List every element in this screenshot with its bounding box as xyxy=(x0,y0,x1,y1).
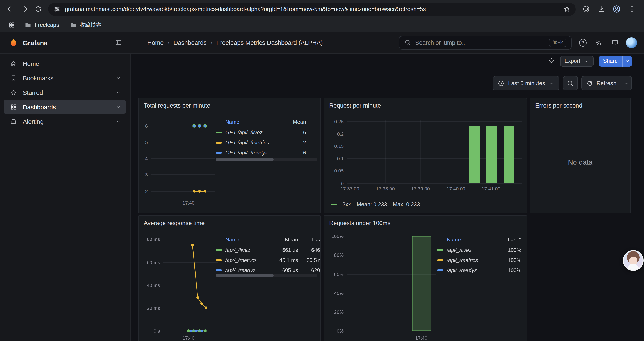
search-input[interactable]: Search or jump to... ⌘+k xyxy=(399,36,572,49)
apps-grid-button[interactable] xyxy=(6,19,18,31)
legend-col-name[interactable]: Name xyxy=(216,119,285,125)
series-swatch xyxy=(437,269,443,271)
requests-under-100ms-chart[interactable]: 100%80%60%40%20%0%17:40 xyxy=(324,233,438,341)
panel-title[interactable]: Request per minute xyxy=(324,98,526,109)
time-range-label: Last 5 minutes xyxy=(508,80,545,87)
svg-text:0.05: 0.05 xyxy=(334,168,344,174)
average-response-time-chart[interactable]: 80 ms60 ms40 ms20 ms0 s17:40 xyxy=(140,233,220,341)
breadcrumb: Home › Dashboards › Freeleaps Metrics Da… xyxy=(147,39,323,46)
series-name[interactable]: /api/_/readyz xyxy=(225,267,273,273)
series-name[interactable]: 2xx xyxy=(342,201,351,208)
toolbar-trailing-icons xyxy=(580,5,640,13)
legend-col-mean[interactable]: Mean xyxy=(285,119,306,125)
sidebar-item-label: Alerting xyxy=(23,118,44,125)
legend-col-mean[interactable]: Mean xyxy=(273,237,298,243)
reload-button[interactable] xyxy=(32,3,45,16)
sidebar-item-label: Home xyxy=(23,60,39,67)
series-name[interactable]: GET /api/_/metrics xyxy=(225,139,285,146)
scrollbar-thumb[interactable] xyxy=(216,158,274,161)
panel-title[interactable]: Requests under 100ms xyxy=(324,216,526,226)
panel-title[interactable]: Average response time xyxy=(138,216,320,226)
svg-text:17:37:00: 17:37:00 xyxy=(340,186,359,192)
share-menu-button[interactable] xyxy=(622,56,632,67)
forward-button[interactable] xyxy=(18,3,31,16)
bell-icon xyxy=(10,118,17,125)
breadcrumb-dashboards[interactable]: Dashboards xyxy=(174,39,206,46)
sidebar-item-bookmarks[interactable]: Bookmarks xyxy=(4,71,126,85)
scrollbar-thumb[interactable] xyxy=(216,274,274,277)
panel-title[interactable]: Total requests per minute xyxy=(138,98,320,109)
browser-menu-icon[interactable] xyxy=(628,5,636,13)
downloads-icon[interactable] xyxy=(597,5,606,13)
profile-icon[interactable] xyxy=(612,5,621,13)
series-last: 20.5 r xyxy=(298,257,320,263)
sidebar-item-alerting[interactable]: Alerting xyxy=(4,115,126,128)
legend-scrollbar[interactable] xyxy=(216,274,318,277)
sidebar-item-starred[interactable]: Starred xyxy=(4,86,126,99)
panel-title[interactable]: Errors per second xyxy=(530,98,630,109)
series-name[interactable]: /api/_/readyz xyxy=(447,267,499,273)
series-swatch xyxy=(216,142,222,143)
dock-sidebar-button[interactable] xyxy=(112,37,124,49)
legend-row: /api/_/livez 100% xyxy=(437,245,521,255)
legend-scrollbar[interactable] xyxy=(216,158,318,161)
breadcrumb-home[interactable]: Home xyxy=(147,39,164,46)
share-button[interactable]: Share xyxy=(599,56,632,67)
svg-text:0 s: 0 s xyxy=(154,328,160,334)
display-button[interactable] xyxy=(608,36,622,49)
refresh-button[interactable]: Refresh xyxy=(582,76,621,90)
legend-row: GET /api/_/livez 6 xyxy=(216,127,306,137)
svg-text:0.15: 0.15 xyxy=(334,144,344,149)
bookmark-item[interactable]: Freeleaps xyxy=(21,20,62,30)
chevron-down-icon[interactable] xyxy=(115,118,122,124)
sidebar-item-home[interactable]: Home xyxy=(4,57,126,70)
assistant-avatar-widget[interactable] xyxy=(623,250,644,271)
url-bar[interactable]: grafana.mathmast.com/d/deytv4rwavabkb/fr… xyxy=(48,3,576,16)
series-name[interactable]: /api/_/livez xyxy=(225,247,273,253)
series-name[interactable]: GET /api/_/livez xyxy=(225,129,285,135)
star-icon xyxy=(10,89,17,96)
bookmark-item[interactable]: 收藏博客 xyxy=(66,20,105,30)
time-range-picker[interactable]: Last 5 minutes xyxy=(493,76,560,90)
export-button[interactable]: Export xyxy=(560,56,593,67)
news-button[interactable] xyxy=(592,36,606,49)
bookmark-star-icon[interactable] xyxy=(563,6,570,13)
breadcrumb-separator: › xyxy=(210,39,212,46)
search-icon xyxy=(404,39,411,46)
favorite-dashboard-button[interactable] xyxy=(548,58,555,65)
sidebar-item-label: Bookmarks xyxy=(23,74,54,81)
chevron-down-icon[interactable] xyxy=(115,104,122,110)
help-button[interactable]: ? xyxy=(576,36,589,49)
extensions-icon[interactable] xyxy=(582,5,590,13)
series-name[interactable]: /api/_/livez xyxy=(447,247,499,253)
series-name[interactable]: /api/_/metrics xyxy=(447,257,499,263)
svg-text:17:41:00: 17:41:00 xyxy=(482,186,500,192)
svg-text:0.25: 0.25 xyxy=(334,119,344,124)
svg-text:5: 5 xyxy=(145,140,148,145)
breadcrumb-separator: › xyxy=(168,39,170,46)
time-controls: Last 5 minutes Refresh xyxy=(493,76,632,90)
panel-request-per-minute: Request per minute 0.250.20.150.10.05017… xyxy=(324,98,527,213)
legend-col-last[interactable]: Las xyxy=(298,237,320,243)
series-name[interactable]: /api/_/metrics xyxy=(225,257,273,263)
legend-col-name[interactable]: Name xyxy=(437,237,499,243)
request-per-minute-chart[interactable]: 0.250.20.150.10.05017:37:0017:38:0017:39… xyxy=(324,118,524,199)
series-mean: 605 µs xyxy=(273,267,298,273)
series-name[interactable]: GET /api/_/readyz xyxy=(225,149,285,156)
legend-row: GET /api/_/metrics 2 xyxy=(216,137,306,147)
chevron-down-icon[interactable] xyxy=(115,89,122,96)
site-info-icon[interactable] xyxy=(54,6,60,13)
clock-icon xyxy=(498,80,504,87)
user-avatar-button[interactable] xyxy=(625,36,638,49)
legend-col-last[interactable]: Last * xyxy=(499,237,521,243)
arrow-right-icon xyxy=(20,5,28,13)
sidebar-item-dashboards[interactable]: Dashboards xyxy=(4,100,126,114)
series-swatch xyxy=(216,152,222,153)
refresh-interval-button[interactable] xyxy=(621,76,631,90)
zoom-out-time-button[interactable] xyxy=(563,76,578,90)
total-requests-chart[interactable]: 6543217:40 xyxy=(140,118,220,213)
chevron-down-icon[interactable] xyxy=(115,75,122,81)
back-button[interactable] xyxy=(4,3,17,16)
legend-col-name[interactable]: Name xyxy=(216,237,273,243)
brand-name: Grafana xyxy=(23,39,48,46)
